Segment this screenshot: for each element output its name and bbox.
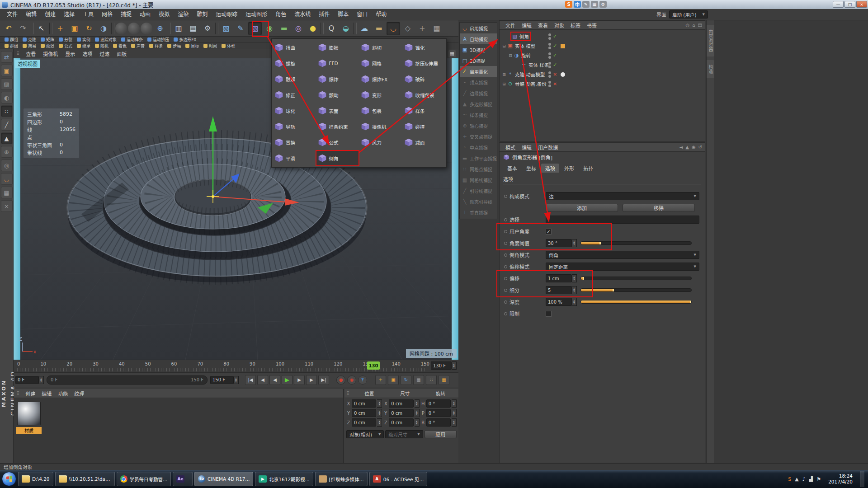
edges-mode-button[interactable]: ╱ [1, 119, 13, 131]
render-view-button[interactable]: ▥ [172, 22, 185, 35]
texture-mode-button[interactable]: ▨ [1, 78, 13, 90]
goto-start-button[interactable]: |◀ [245, 375, 256, 385]
modeling-axis-button[interactable]: + [415, 22, 429, 35]
deformer-item-explosion[interactable]: 爆炸 [316, 71, 359, 87]
grip-icon[interactable]: ⠿ [16, 51, 19, 56]
deformer-item-camera[interactable]: 摄像机 [359, 119, 402, 134]
key-scale-toggle[interactable]: ▣ [388, 375, 399, 385]
deformer-item-jiggle[interactable]: 颤动 [316, 87, 359, 103]
rotation-input[interactable]: 0 ° [426, 399, 451, 408]
deformer-item-explosion-fx[interactable]: 爆炸FX [359, 71, 402, 87]
object-menu-item[interactable]: 对象 [551, 22, 567, 29]
spinner-arrows[interactable]: ▲▼ [452, 409, 457, 417]
dynamic-guide-item[interactable]: ╲ 动态引导线 [460, 196, 497, 207]
menu-bar-item[interactable]: 创建 [41, 9, 60, 20]
snap-settings-button[interactable]: ◡ [387, 22, 400, 35]
bevel-mode-select[interactable]: 倒角▼ [546, 251, 699, 259]
key-parameter-toggle[interactable]: ▦ [413, 375, 424, 385]
attribute-menu-item[interactable]: 用户数据 [535, 144, 561, 151]
ime-language-icon[interactable]: 中 [574, 1, 581, 8]
add-spline-menu[interactable]: ✎ [234, 22, 247, 35]
subdivision-input[interactable]: 5 [546, 286, 572, 294]
model-mode-button[interactable]: ▣ [1, 65, 13, 76]
menu-bar-item[interactable]: 网格 [98, 9, 117, 20]
toolbar-icon[interactable] [321, 23, 324, 34]
anim-dot-icon[interactable] [504, 253, 507, 257]
vertex-snap-item[interactable]: • 顶点捕捉 [460, 77, 497, 88]
toggle-panels-icon[interactable]: ▦ [448, 50, 456, 57]
menu-bar-item[interactable]: 工具 [79, 9, 98, 20]
taskbar-folder-2[interactable]: \\10.20.51.2\dat... [55, 472, 115, 486]
taskbar-clock[interactable]: 18:24 2017/4/20 [825, 473, 856, 485]
taskbar-cinema4d[interactable]: 4D CINEMA 4D R17... [194, 472, 253, 486]
visibility-dots[interactable] [548, 33, 551, 40]
keyframe-options-button[interactable]: ? [358, 375, 367, 385]
rotate-tool[interactable]: ↻ [82, 22, 96, 35]
selection-input[interactable] [546, 216, 699, 224]
polygon-snap-item[interactable]: ▲ 多边形捕捉 [460, 99, 497, 109]
anim-dot-icon[interactable] [504, 289, 507, 292]
polygons-mode-button[interactable]: ▲ [1, 132, 13, 144]
next-key-button[interactable]: ▶ [306, 375, 317, 385]
ime-handwriting-icon[interactable]: ✎ [582, 1, 590, 8]
viewport-menu-item[interactable]: 摄像机 [39, 50, 61, 57]
deformer-item-taper[interactable]: 锥化 [402, 40, 446, 55]
add-camera-menu[interactable]: ◎ [292, 22, 305, 35]
mograph-effector-button[interactable]: 公式 [57, 43, 74, 49]
add-deformer-menu[interactable]: ▧ [248, 22, 262, 35]
deformer-item-polygon-reduction[interactable]: 减面 [402, 135, 446, 150]
object-tag-icon[interactable] [561, 44, 565, 48]
guide-snap-item[interactable]: ╱ 引导线捕捉 [460, 185, 497, 196]
grid-toggle-button[interactable]: ▦ [1, 187, 13, 198]
mograph-effector-button[interactable]: 体积 [220, 43, 237, 49]
offset-mode-select[interactable]: 固定距离▼ [546, 263, 699, 271]
deformer-item-shatter[interactable]: 破碎 [402, 71, 446, 87]
spline-snap-item[interactable]: ~ 样条捕捉 [460, 109, 497, 120]
deformer-item-shrink-wrap[interactable]: 收缩包裹 [402, 87, 446, 103]
object-solid-spline[interactable]: ~实体 样条 ✓ [500, 60, 705, 70]
mograph-effector-button[interactable]: 群组 [3, 43, 20, 49]
mograph-effector-button[interactable]: 样条 [147, 43, 165, 49]
object-menu-item[interactable]: 查看 [535, 22, 551, 29]
enable-quantize-item[interactable]: ∠ 启用量化 [460, 66, 497, 77]
mograph-effector-button[interactable]: 声音 [129, 43, 146, 49]
deformer-item-melt[interactable]: 融解 [273, 71, 316, 87]
spinner-arrows[interactable]: ▲▼ [415, 399, 420, 408]
object-manager-header-icon[interactable]: ⌂ [692, 23, 695, 28]
menu-bar-item[interactable]: 运动图形 [241, 9, 271, 20]
taskbar-red-spider[interactable]: [红蜘蛛多媒体... [315, 472, 368, 486]
options-section-header[interactable]: 选项 [503, 175, 701, 184]
material-menu-item[interactable]: 功能 [55, 390, 71, 397]
taskbar-folder-1[interactable]: D:\4.20 [18, 472, 53, 486]
deformer-item-surface[interactable]: 表面 [316, 103, 359, 118]
material-menu-item[interactable]: 创建 [22, 390, 38, 397]
deformer-item-displacer[interactable]: 置换 [273, 135, 316, 150]
grid-line-snap-item[interactable]: ▦ 网格线捕捉 [460, 174, 497, 185]
toolbar-icon[interactable] [49, 23, 52, 34]
spinner-arrows[interactable]: ▲▼ [415, 409, 420, 417]
view-label[interactable]: 透视视图 [15, 60, 40, 68]
points-mode-button[interactable]: ∷ [1, 105, 13, 117]
spinner-arrows[interactable]: ▲▼ [39, 376, 44, 384]
object-menu-item[interactable]: 标签 [567, 22, 584, 29]
key-position-toggle[interactable]: + [375, 375, 386, 385]
position-input[interactable]: 0 cm [352, 418, 376, 427]
deformer-item-bulge[interactable]: 膨胀 [316, 40, 359, 55]
show-hidden-icons[interactable]: ▲ [795, 476, 798, 482]
toolbar-icon[interactable] [354, 23, 357, 34]
deformer-item-twist[interactable]: 螺旋 [273, 56, 316, 71]
mograph-effector-button[interactable]: 简易 [21, 43, 38, 49]
apply-button[interactable]: 应用 [425, 430, 457, 438]
material-menu-item[interactable]: 编辑 [38, 390, 55, 397]
visibility-dots[interactable] [548, 71, 551, 78]
attribute-tab[interactable]: 坐标 [522, 164, 540, 173]
mograph-object-button[interactable]: 多边形FX [172, 37, 198, 42]
menu-bar-item[interactable]: 渲染 [174, 9, 193, 20]
angle-threshold-input[interactable]: 30 ° [546, 239, 572, 247]
object-tag-icon[interactable] [561, 72, 565, 77]
add-selection-button[interactable]: 添加 [546, 204, 618, 212]
sogou-input-icon[interactable]: S [565, 1, 572, 8]
y-axis-lock[interactable]: Y [128, 23, 140, 34]
visibility-controls[interactable]: ✓ [548, 43, 565, 49]
commander-search-button[interactable]: Q [325, 22, 338, 35]
